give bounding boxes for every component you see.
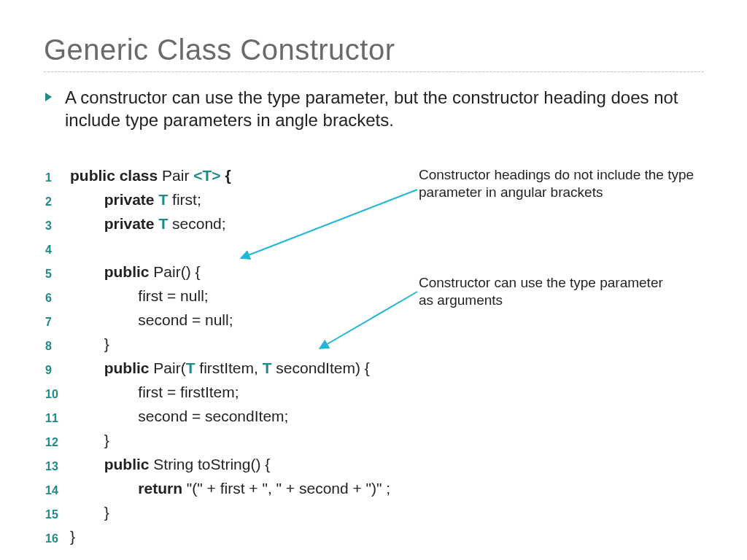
code-text: public Pair() { [70,261,201,285]
tok: "(" + first + ", " + second + ")" ; [187,480,390,497]
code-text: second = null; [70,309,233,333]
code-line: 10 first = firstItem; [45,381,390,405]
code-text: } [70,502,109,526]
annotation: Constructor can use the type parameter a… [419,274,681,309]
kw: private [70,191,158,208]
code-text: second = secondItem; [70,405,288,429]
tok: first; [168,191,201,208]
code-text: } [70,333,109,357]
code-line: 1public class Pair <T> { [45,165,390,189]
code-line: 2 private T first; [45,189,390,213]
code-text: public class Pair <T> { [70,165,231,189]
lineno: 2 [45,189,70,213]
lineno: 7 [45,309,70,333]
code-line: 6 first = null; [45,285,390,309]
lineno: 6 [45,285,70,309]
code-line: 15 } [45,502,390,526]
tok: secondItem) { [272,359,370,376]
tok: Pair( [153,359,185,376]
ident: Pair [162,167,193,184]
code-line: 4 [45,237,390,261]
lineno: 4 [45,237,70,261]
tok: second; [168,215,225,232]
code-line: 16} [45,526,390,550]
type-param: <T> [193,167,220,184]
kw: public [70,456,153,472]
kw: public [70,263,153,280]
kw: public class [70,167,162,184]
code-text: } [70,429,109,454]
type-param: T [158,215,168,232]
bullet-icon [45,93,52,101]
code-line: 12 } [45,429,390,454]
lineno: 9 [45,357,70,381]
code-text: first = null; [70,285,209,309]
lineno: 14 [45,478,70,502]
code-text: public Pair(T firstItem, T secondItem) { [70,357,370,381]
lineno: 1 [45,165,70,189]
code-text: public String toString() { [70,454,270,478]
tok: String toString() { [153,456,270,472]
code-text: first = firstItem; [70,381,239,405]
code-line: 7 second = null; [45,309,390,333]
code-line: 5 public Pair() { [45,261,390,285]
lineno: 16 [45,526,70,550]
kw: public [70,359,153,376]
code-line: 11 second = secondItem; [45,405,390,429]
page-title: Generic Class Constructor [44,34,395,66]
lineno: 10 [45,381,70,405]
lineno: 13 [45,454,70,478]
kw: private [70,215,158,232]
code-text: private T second; [70,213,226,237]
lineno: 8 [45,333,70,357]
code-line: 13 public String toString() { [45,454,390,478]
type-param: T [186,359,196,376]
lineno: 15 [45,502,70,526]
title-rule [44,71,704,72]
code-block: 1public class Pair <T> { 2 private T fir… [45,165,390,550]
bullet-row: A constructor can use the type parameter… [45,86,703,131]
code-line: 8 } [45,333,390,357]
lineno: 12 [45,429,70,454]
code-line: 3 private T second; [45,213,390,237]
bullet-text: A constructor can use the type parameter… [65,86,703,131]
code-text: } [70,526,75,550]
code-text: private T first; [70,189,201,213]
code-line: 9 public Pair(T firstItem, T secondItem)… [45,357,390,381]
type-param: T [263,359,272,376]
type-param: T [158,191,168,208]
kw: return [70,480,187,497]
lineno: 3 [45,213,70,237]
code-line: 14 return "(" + first + ", " + second + … [45,478,390,502]
annotation: Constructor headings do not include the … [419,166,711,201]
tok: Pair() { [153,263,200,280]
code-text: return "(" + first + ", " + second + ")"… [70,478,390,502]
lineno: 11 [45,405,70,429]
brace: { [221,167,231,184]
tok: firstItem, [196,359,263,376]
lineno: 5 [45,261,70,285]
